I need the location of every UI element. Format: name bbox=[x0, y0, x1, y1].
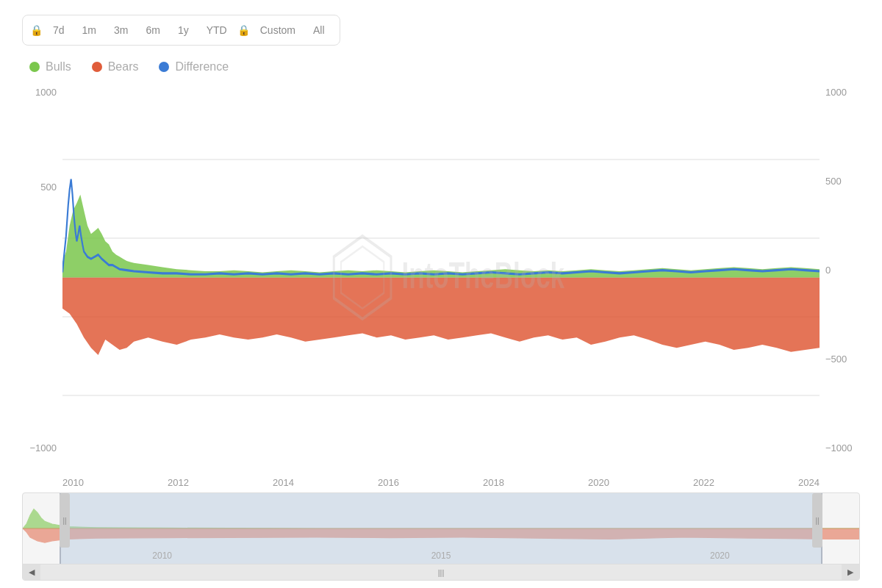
y-left-500: 500 bbox=[22, 182, 57, 193]
y-axis-left: 1000 500 −1000 bbox=[22, 81, 62, 474]
nav-x-2020: 2020 bbox=[710, 551, 730, 561]
chart-svg: IntoTheBlock bbox=[62, 81, 820, 474]
x-label-2024: 2024 bbox=[798, 477, 820, 488]
y-right-neg1000: −1000 bbox=[825, 442, 860, 453]
x-label-2012: 2012 bbox=[168, 477, 189, 488]
y-right-neg500: −500 bbox=[825, 354, 860, 365]
x-axis: 2010 2012 2014 2016 2018 2020 2022 2024 bbox=[62, 474, 820, 488]
y-left-neg1000: −1000 bbox=[22, 442, 57, 453]
filter-custom[interactable]: Custom bbox=[253, 21, 303, 39]
nav-x-2015: 2015 bbox=[431, 551, 451, 561]
filter-3m[interactable]: 3m bbox=[107, 21, 135, 39]
lock-icon-left: 🔒 bbox=[30, 24, 43, 36]
nav-x-2010: 2010 bbox=[152, 551, 172, 561]
navigator-left-handle[interactable]: || bbox=[60, 493, 70, 548]
y-right-1000: 1000 bbox=[825, 87, 860, 98]
filter-ytd[interactable]: YTD bbox=[199, 21, 234, 39]
x-label-2018: 2018 bbox=[483, 477, 504, 488]
lock-icon-right: 🔒 bbox=[237, 24, 250, 36]
filter-all[interactable]: All bbox=[306, 21, 332, 39]
navigator-inner: || || 2010 2015 2020 bbox=[23, 493, 859, 564]
legend-bears[interactable]: Bears bbox=[92, 60, 139, 74]
filter-1y[interactable]: 1y bbox=[171, 21, 196, 39]
filter-7d[interactable]: 7d bbox=[46, 21, 72, 39]
filter-1m[interactable]: 1m bbox=[75, 21, 104, 39]
legend-difference[interactable]: Difference bbox=[159, 60, 229, 74]
diff-dot bbox=[159, 62, 169, 72]
x-label-2016: 2016 bbox=[378, 477, 399, 488]
svg-text:IntoTheBlock: IntoTheBlock bbox=[402, 254, 565, 295]
chart-canvas: IntoTheBlock bbox=[62, 81, 820, 474]
bears-label: Bears bbox=[108, 60, 139, 74]
chart-wrapper: 1000 500 −1000 bbox=[22, 81, 860, 581]
filter-6m[interactable]: 6m bbox=[138, 21, 167, 39]
navigator-scrollbar: ◀ ||| ▶ bbox=[23, 564, 859, 580]
chart-legend: Bulls Bears Difference bbox=[22, 60, 860, 74]
scroll-right-arrow[interactable]: ▶ bbox=[842, 564, 859, 581]
y-left-1000: 1000 bbox=[22, 87, 57, 98]
x-label-2020: 2020 bbox=[588, 477, 609, 488]
time-filter-bar: 🔒 7d 1m 3m 6m 1y YTD 🔒 Custom All bbox=[22, 15, 340, 46]
y-right-0: 0 bbox=[825, 265, 860, 276]
bulls-label: Bulls bbox=[46, 60, 71, 74]
navigator-x-labels: 2010 2015 2020 bbox=[23, 551, 859, 561]
scroll-left-arrow[interactable]: ◀ bbox=[23, 564, 40, 581]
x-label-2014: 2014 bbox=[273, 477, 294, 488]
bulls-dot bbox=[29, 62, 40, 72]
main-chart-area: 1000 500 −1000 bbox=[22, 81, 860, 474]
y-axis-right: 1000 500 0 −500 −1000 bbox=[820, 81, 860, 474]
scroll-track[interactable]: ||| bbox=[40, 564, 842, 580]
legend-bulls[interactable]: Bulls bbox=[29, 60, 71, 74]
main-container: 🔒 7d 1m 3m 6m 1y YTD 🔒 Custom All Bulls … bbox=[0, 0, 882, 588]
scroll-thumb: ||| bbox=[438, 568, 445, 577]
y-right-500: 500 bbox=[825, 176, 860, 187]
x-label-2010: 2010 bbox=[62, 477, 84, 488]
navigator: || || 2010 2015 2020 ◀ ||| ▶ bbox=[22, 492, 860, 581]
bears-dot bbox=[92, 62, 102, 72]
navigator-right-handle[interactable]: || bbox=[812, 493, 822, 548]
x-label-2022: 2022 bbox=[693, 477, 714, 488]
diff-label: Difference bbox=[175, 60, 229, 74]
